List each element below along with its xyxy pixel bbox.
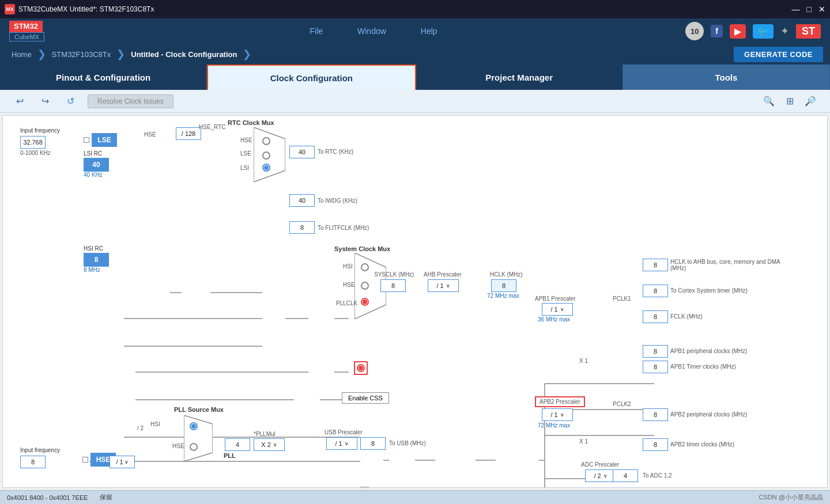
close-button[interactable]: ✕ [818,5,825,14]
usb-val-box[interactable]: 8 [360,437,386,450]
cortex-timer-box[interactable]: 8 [643,285,668,297]
breadcrumb-home[interactable]: Home [7,50,36,59]
sys-hse-label: HSE [343,281,355,289]
ahb-div-box[interactable]: / 1 ∨ [428,279,459,292]
fit-screen-button[interactable]: ⊞ [782,93,798,109]
lse-rtc-mux-label: LSE [240,149,251,157]
zoom-controls: 🔍 ⊞ 🔎 [761,93,818,109]
tab-tools[interactable]: Tools [623,65,830,90]
watermark: CSDN @小小星亮晶晶 [759,493,823,502]
redo-button[interactable]: ↪ [37,93,53,109]
rtc-radio-lsi[interactable] [262,164,270,172]
fclk-box[interactable]: 8 [643,310,668,323]
to-adc-label: To ADC 1,2 [643,471,672,479]
window-controls: — □ ✕ [792,5,825,14]
hclk-box[interactable]: 8 [491,279,516,292]
adc-div-box[interactable]: / 2 ∨ [585,469,616,482]
apb1-periph-label: APB1 peripheral clocks (MHz) [670,347,747,355]
pll-in-box[interactable]: 4 [225,438,250,451]
lsi-value-box[interactable]: 40 [84,158,109,172]
to-iwdg-label: To IWDG (KHz) [318,196,357,204]
input-freq-label-1: Input frequency 32.768 0-1000 KHz [20,127,60,156]
hclk-ahb-box[interactable]: 8 [643,259,668,271]
lsi-rtc-mux-label: LSI [240,164,249,172]
menubar: STM32 CubeMX File Window Help 10 f ▶ 🐦 ✦… [0,18,830,44]
breadcrumb-current: Untitled - Clock Configuration [126,50,242,59]
hse-div-box[interactable]: / 1 ∨ [110,456,135,468]
hclk-ahb-label: HCLK to AHB bus, core, memory and DMA (M… [670,259,786,271]
lse-value: LSE [92,133,117,147]
to-flitfclk-box[interactable]: 8 [289,221,315,234]
breadcrumb: Home ❯ STM32F103C8Tx ❯ Untitled - Clock … [0,44,830,65]
sys-radio-hse[interactable] [361,279,369,290]
youtube-icon: ▶ [730,24,746,39]
apb2-periph-box[interactable]: 8 [643,408,668,421]
apb1-div-box[interactable]: / 1 ∨ [542,303,573,316]
undo-button[interactable]: ↩ [12,93,28,109]
tab-clock[interactable]: Clock Configuration [207,65,416,90]
pll-source-mux-label: PLL Source Mux [174,406,224,413]
hsi-value-box[interactable]: 8 [84,253,109,267]
hse-input-box[interactable]: 8 [20,456,46,468]
pclk1-label: PCLK1 [613,294,631,302]
div128-box[interactable]: / 128 [176,127,201,140]
hsi-div2-label: / 2 [137,424,144,432]
enable-css-button[interactable]: Enable CSS [342,392,389,404]
apb1-periph-box[interactable]: 8 [643,345,668,358]
adc-val-box[interactable]: 4 [613,469,638,482]
breadcrumb-device[interactable]: STM32F103C8Tx [47,50,116,59]
menu-file[interactable]: File [292,18,340,44]
apb2-max-label: 72 MHz max [538,421,570,429]
social-icons: 10 f ▶ 🐦 ✦ ST [685,22,821,40]
resolve-clock-button[interactable]: Resolve Clock Issues [88,94,173,108]
maximize-button[interactable]: □ [807,5,812,14]
apb1-x1-label: X 1 [579,357,588,365]
generate-code-button[interactable]: GENERATE CODE [734,47,823,62]
hse-label-top: HSE [144,130,156,138]
zoom-out-button[interactable]: 🔎 [802,93,818,109]
to-iwdg-box[interactable]: 40 [289,194,315,207]
menu-window[interactable]: Window [340,18,403,44]
adc-prescaler-label: ADC Prescaler [581,460,619,468]
sys-radio-hsi[interactable] [361,261,369,271]
pll-label: PLL [224,452,236,460]
apb1-prescaler-label: APB1 Prescaler [535,294,576,302]
sysclk-box[interactable]: 8 [380,279,406,292]
input-freq-label-2: Input frequency 8 [20,447,60,468]
apb2-timer-box[interactable]: 8 [643,438,668,451]
tab-project[interactable]: Project Manager [416,65,623,90]
usb-prescaler-label: USB Prescaler [325,428,363,436]
ahb-prescaler-label: AHB Prescaler [424,270,462,278]
address-range: 0x4001 8400 - 0x4001 7EEE [7,494,88,501]
sys-radio-pll[interactable] [361,298,369,306]
usb-div-box[interactable]: / 1 ∨ [326,437,357,450]
to-rtc-box[interactable]: 40 [289,146,315,158]
titlebar: MX STM32CubeMX Untitled*: STM32F103C8Tx … [0,0,830,18]
pll-src-mux [184,415,213,463]
pllclk-selected-radio[interactable] [354,361,368,375]
apb2-prescaler-label: APB2 Prescaler [535,396,585,407]
tabbar: Pinout & Configuration Clock Configurati… [0,65,830,90]
lsi-rc-block: LSI RC 40 40 KHz [84,150,109,178]
to-usb-label: To USB (MHz) [389,439,426,447]
tab-pinout[interactable]: Pinout & Configuration [0,65,207,90]
hse-rtc-label: HSE_RTC [199,123,226,131]
apb2-div-box[interactable]: / 1 ∨ [542,408,573,421]
apb1-timer-box[interactable]: 8 [643,361,668,373]
pll-radio-hse[interactable] [190,441,198,451]
minimize-button[interactable]: — [792,5,800,14]
facebook-icon: f [711,25,723,37]
rtc-radio-lse[interactable] [262,149,270,160]
refresh-button[interactable]: ↺ [62,93,78,109]
pll-mul-box[interactable]: X 2 ∨ [254,438,285,451]
pll-radio-hsi[interactable] [190,422,198,430]
rtc-mux-label: RTC Clock Mux [228,119,274,126]
menu-help[interactable]: Help [403,18,455,44]
zoom-in-button[interactable]: 🔍 [761,93,777,109]
breadcrumb-sep-1: ❯ [37,48,46,60]
apb2-timer-label: APB2 timer clocks (MHz) [670,440,734,448]
logo: STM32 CubeMX [9,21,44,42]
lse-input-box[interactable]: 32.768 [20,136,46,149]
sysclk-label: SYSCLK (MHz) [374,270,414,278]
rtc-radio-hse[interactable] [262,135,270,145]
